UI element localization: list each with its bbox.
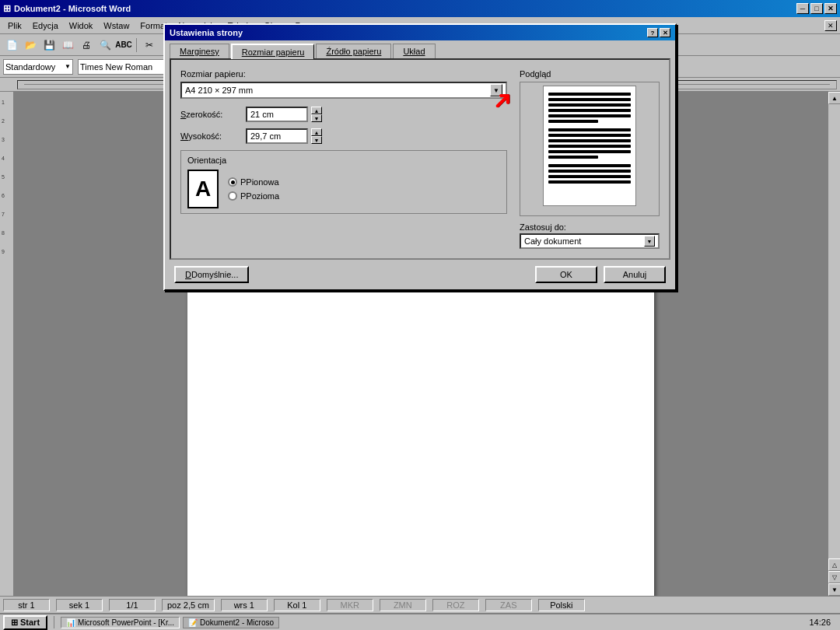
preview-line-5 <box>548 114 631 117</box>
tab-marginesy-label: Marginesy <box>180 47 219 56</box>
portrait-row: PPionowa <box>228 177 279 187</box>
dialog-title-controls: ? ✕ <box>647 28 670 37</box>
landscape-label: PPozioma <box>240 191 279 201</box>
dialog-overlay: Ustawienia strony ? ✕ Marginesy Rozmiar … <box>0 0 840 630</box>
dialog-title-text: Ustawienia strony <box>170 28 243 37</box>
tab-marginesy[interactable]: Marginesy <box>170 44 229 58</box>
preview-line-13 <box>548 164 631 167</box>
width-group: Szerokość: 21 cm ▲ ▼ <box>180 107 507 122</box>
page-setup-dialog: Ustawienia strony ? ✕ Marginesy Rozmiar … <box>163 23 677 291</box>
dialog-ok-cancel: OK Anuluj <box>535 266 666 283</box>
apply-value: Cały dokument <box>524 236 581 246</box>
tab-rozmiar-label: Rozmiar papieru <box>242 47 305 57</box>
dialog-title-bar: Ustawienia strony ? ✕ <box>165 25 675 40</box>
height-spinner: ▲ ▼ <box>311 128 322 144</box>
orientation-options: A PPionowa PPozioma <box>187 170 500 208</box>
portrait-radio[interactable] <box>228 177 237 187</box>
width-input[interactable]: 21 cm <box>246 107 308 122</box>
paper-size-value: A4 210 × 297 mm <box>185 86 253 95</box>
tab-zrodlo-label: Źródło papieru <box>326 47 381 56</box>
tab-uklad-label: Układ <box>403 47 425 56</box>
height-up-button[interactable]: ▲ <box>311 128 322 136</box>
default-button[interactable]: DDomyślnie... <box>174 266 249 283</box>
preview-line-8 <box>548 134 631 137</box>
dialog-right-panel: Podgląd <box>520 69 660 249</box>
width-down-button[interactable]: ▼ <box>311 114 322 122</box>
paper-size-arrow-icon: ▼ <box>490 84 502 96</box>
preview-line-12 <box>548 156 598 159</box>
landscape-radio[interactable] <box>228 191 237 201</box>
preview-line-11 <box>548 150 631 153</box>
height-label: Wysokość: <box>180 131 243 141</box>
dialog-help-button[interactable]: ? <box>647 28 658 37</box>
preview-line-1 <box>548 93 631 96</box>
cancel-button[interactable]: Anuluj <box>604 266 666 283</box>
height-input[interactable]: 29,7 cm <box>246 128 308 144</box>
preview-line-14 <box>548 170 631 173</box>
preview-line-9 <box>548 139 631 142</box>
apply-row: Zastosuj do: <box>520 222 660 232</box>
landscape-row: PPozioma <box>228 191 279 201</box>
preview-line-3 <box>548 103 631 107</box>
preview-line-2 <box>548 98 631 101</box>
tab-zrodlo[interactable]: Źródło papieru <box>316 44 391 58</box>
preview-page <box>543 86 636 206</box>
ok-button[interactable]: OK <box>535 266 597 283</box>
width-spinner: ▲ ▼ <box>311 107 322 122</box>
apply-arrow-icon: ▼ <box>644 236 655 247</box>
dialog-close-button[interactable]: ✕ <box>660 28 670 37</box>
preview-line-10 <box>548 145 631 148</box>
tab-rozmiar[interactable]: Rozmiar papieru <box>231 44 315 59</box>
dialog-left-panel: Rozmiar papieru: A4 210 × 297 mm ▼ Szero… <box>180 69 507 249</box>
preview-box <box>520 82 660 216</box>
height-group: Wysokość: 29,7 cm ▲ ▼ <box>180 128 507 144</box>
width-up-button[interactable]: ▲ <box>311 107 322 114</box>
tab-uklad[interactable]: Układ <box>393 44 435 58</box>
orientation-label: Orientacja <box>187 156 500 165</box>
apply-dropdown[interactable]: Cały dokument ▼ <box>520 233 660 249</box>
dialog-content: Rozmiar papieru: A4 210 × 297 mm ▼ Szero… <box>170 58 670 260</box>
width-label: Szerokość: <box>180 110 243 119</box>
portrait-icon: A <box>187 170 219 208</box>
preview-line-4 <box>548 109 631 112</box>
preview-line-6 <box>548 120 598 123</box>
apply-label: Zastosuj do: <box>520 222 566 232</box>
portrait-label: PPionowa <box>240 177 279 187</box>
preview-line-7 <box>548 128 631 131</box>
paper-size-dropdown[interactable]: A4 210 × 297 mm ▼ <box>180 82 507 99</box>
preview-label: Podgląd <box>520 69 660 79</box>
dialog-tabs: Marginesy Rozmiar papieru Źródło papieru… <box>165 40 675 58</box>
preview-line-16 <box>548 180 631 184</box>
preview-line-15 <box>548 175 631 178</box>
height-down-button[interactable]: ▼ <box>311 136 322 144</box>
orientation-box: Orientacja A PPionowa <box>180 150 507 214</box>
paper-size-label: Rozmiar papieru: <box>180 69 507 79</box>
dialog-buttons: DDomyślnie... OK Anuluj <box>165 260 675 289</box>
radio-group: PPionowa PPozioma <box>228 177 279 201</box>
